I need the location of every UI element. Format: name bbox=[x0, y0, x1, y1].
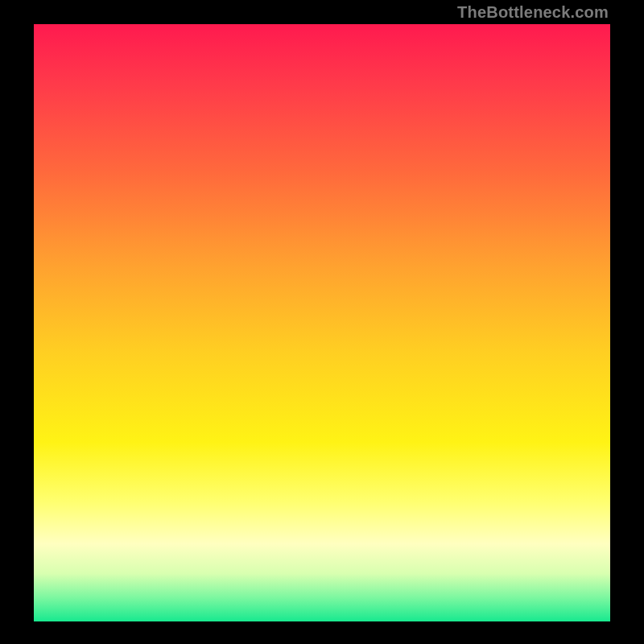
plot-area bbox=[34, 24, 610, 621]
gradient-background bbox=[34, 24, 610, 621]
attribution-text: TheBottleneck.com bbox=[457, 3, 609, 22]
chart-frame: TheBottleneck.com bbox=[0, 0, 644, 644]
